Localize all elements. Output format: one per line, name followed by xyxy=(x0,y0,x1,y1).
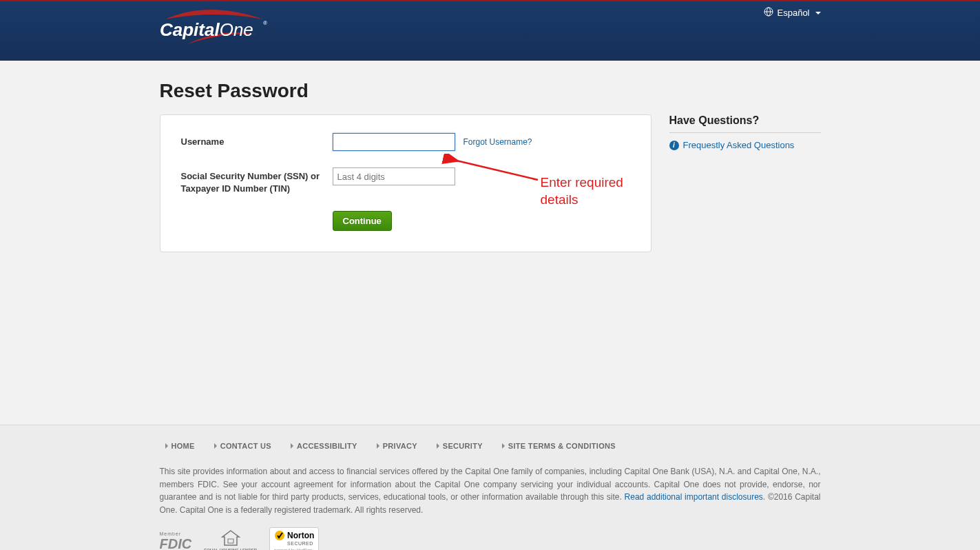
footer-nav-contact[interactable]: CONTACT US xyxy=(214,442,271,450)
footer: HOME CONTACT US ACCESSIBILITY PRIVACY SE… xyxy=(0,425,980,550)
faq-link[interactable]: i Frequestly Asked Questions xyxy=(669,140,821,150)
caret-down-icon xyxy=(815,12,821,14)
footer-badges: Member FDIC EQUAL HOUSING LENDER Norton … xyxy=(160,527,821,550)
username-input[interactable] xyxy=(333,133,455,151)
footer-nav: HOME CONTACT US ACCESSIBILITY PRIVACY SE… xyxy=(165,442,821,450)
header-bar: CapitalOne ® Español xyxy=(0,0,980,61)
info-icon: i xyxy=(669,141,679,150)
footer-nav-privacy[interactable]: PRIVACY xyxy=(377,442,417,450)
svg-text:CapitalOne: CapitalOne xyxy=(160,19,253,40)
norton-badge: Norton SECURED powered by VeriSign xyxy=(269,527,319,550)
equal-housing-badge: EQUAL HOUSING LENDER xyxy=(204,530,257,550)
footer-nav-home[interactable]: HOME xyxy=(165,442,195,450)
ssn-label: Social Security Number (SSN) or Taxpayer… xyxy=(181,167,333,194)
faq-label: Frequestly Asked Questions xyxy=(683,140,795,150)
globe-icon xyxy=(764,7,773,19)
language-label: Español xyxy=(778,8,810,18)
footer-nav-accessibility[interactable]: ACCESSIBILITY xyxy=(291,442,357,450)
ssn-input[interactable] xyxy=(333,167,455,185)
continue-button[interactable]: Continue xyxy=(333,211,392,231)
sidebar: Have Questions? i Frequestly Asked Quest… xyxy=(669,80,821,150)
username-label: Username xyxy=(181,133,333,148)
language-selector[interactable]: Español xyxy=(764,7,821,19)
page-title: Reset Password xyxy=(160,80,651,102)
forgot-username-link[interactable]: Forgot Username? xyxy=(463,137,532,147)
brand-logo[interactable]: CapitalOne ® xyxy=(160,7,270,54)
footer-disclosure: This site provides information about and… xyxy=(160,465,821,516)
svg-text:®: ® xyxy=(263,20,267,26)
disclosure-link[interactable]: Read additional important disclosures xyxy=(625,492,763,502)
footer-nav-security[interactable]: SECURITY xyxy=(437,442,483,450)
fdic-badge: Member FDIC xyxy=(160,531,192,550)
sidebar-title: Have Questions? xyxy=(669,114,821,133)
footer-nav-terms[interactable]: SITE TERMS & CONDITIONS xyxy=(502,442,616,450)
reset-password-card: Username Forgot Username? Social Securit… xyxy=(160,114,651,252)
svg-rect-6 xyxy=(228,539,233,543)
